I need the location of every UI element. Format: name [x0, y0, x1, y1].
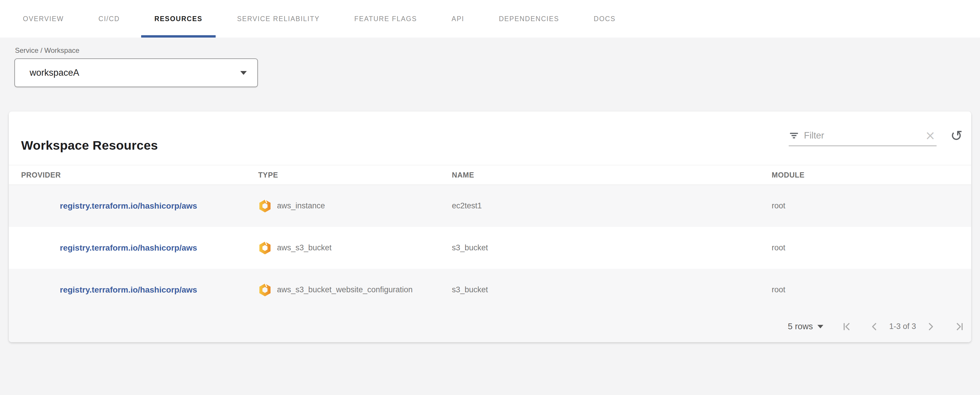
module-value: root — [772, 243, 786, 252]
table-row: registry.terraform.io/hashicorp/aws aws_… — [9, 269, 971, 311]
table-footer: 5 rows 1-3 of 3 — [9, 311, 971, 342]
table-header-row: PROVIDER TYPE NAME MODULE — [9, 165, 971, 185]
provider-link[interactable]: registry.terraform.io/hashicorp/aws — [60, 201, 197, 211]
name-value: ec2test1 — [452, 201, 482, 210]
name-cell: s3_bucket — [452, 227, 488, 269]
provider-link[interactable]: registry.terraform.io/hashicorp/aws — [60, 243, 197, 253]
first-page-icon[interactable] — [842, 321, 852, 332]
tab-label: SERVICE RELIABILITY — [237, 15, 320, 23]
refresh-icon[interactable]: ↺ — [947, 126, 966, 146]
workspace-resources-card: Workspace Resources × ↺ PROVIDER TYPE NA… — [9, 111, 971, 342]
module-value: root — [772, 201, 786, 210]
chevron-down-icon — [818, 325, 823, 328]
column-header-name[interactable]: NAME — [452, 165, 474, 185]
card-title: Workspace Resources — [21, 138, 158, 153]
module-cell: root — [772, 185, 786, 227]
type-cell: aws_s3_bucket — [258, 227, 332, 269]
module-value: root — [772, 285, 786, 294]
chevron-down-icon — [240, 71, 247, 75]
filter-list-icon — [789, 130, 799, 141]
filter-field[interactable]: × — [789, 127, 937, 146]
tab-overview[interactable]: OVERVIEW — [10, 0, 77, 38]
terraform-provider-icon — [258, 241, 272, 255]
tab-resources[interactable]: RESOURCES — [141, 0, 216, 38]
rows-per-page-value: 5 rows — [788, 322, 813, 331]
next-page-icon[interactable] — [926, 321, 936, 332]
tab-service-reliability[interactable]: SERVICE RELIABILITY — [224, 0, 333, 38]
column-header-module[interactable]: MODULE — [772, 165, 805, 185]
type-cell: aws_s3_bucket_website_configuration — [258, 269, 412, 311]
provider-cell: registry.terraform.io/hashicorp/aws — [60, 185, 197, 227]
terraform-provider-icon — [258, 283, 272, 297]
module-cell: root — [772, 227, 786, 269]
tab-docs[interactable]: DOCS — [581, 0, 629, 38]
terraform-provider-icon — [258, 199, 272, 213]
provider-cell: registry.terraform.io/hashicorp/aws — [60, 227, 197, 269]
tab-dependencies[interactable]: DEPENDENCIES — [485, 0, 572, 38]
filter-input[interactable] — [803, 130, 920, 141]
tab-api[interactable]: API — [438, 0, 477, 38]
tab-ci-cd[interactable]: CI/CD — [85, 0, 133, 38]
tab-label: DEPENDENCIES — [499, 15, 559, 23]
type-value: aws_instance — [277, 201, 325, 210]
name-value: s3_bucket — [452, 243, 488, 252]
column-header-type[interactable]: TYPE — [258, 165, 278, 185]
tab-label: RESOURCES — [154, 15, 202, 23]
provider-link[interactable]: registry.terraform.io/hashicorp/aws — [60, 285, 197, 295]
table-row: registry.terraform.io/hashicorp/aws aws_… — [9, 185, 971, 227]
module-cell: root — [772, 269, 786, 311]
table-row: registry.terraform.io/hashicorp/aws aws_… — [9, 227, 971, 269]
workspace-selector-label: Service / Workspace — [15, 46, 80, 54]
tab-label: CI/CD — [99, 15, 120, 23]
workspace-select-value: workspaceA — [30, 67, 240, 78]
entity-tab-bar: OVERVIEW CI/CD RESOURCES SERVICE RELIABI… — [0, 0, 980, 38]
type-value: aws_s3_bucket — [277, 243, 332, 252]
provider-cell: registry.terraform.io/hashicorp/aws — [60, 269, 197, 311]
pagination-range-label: 1-3 of 3 — [889, 322, 916, 331]
tab-label: OVERVIEW — [23, 15, 64, 23]
tab-feature-flags[interactable]: FEATURE FLAGS — [341, 0, 430, 38]
rows-per-page-select[interactable]: 5 rows — [788, 322, 823, 331]
clear-filter-icon[interactable]: × — [924, 129, 937, 142]
last-page-icon[interactable] — [954, 321, 965, 332]
column-header-provider[interactable]: PROVIDER — [21, 165, 61, 185]
type-cell: aws_instance — [258, 185, 325, 227]
active-tab-indicator — [141, 35, 216, 38]
tab-label: API — [452, 15, 464, 23]
type-value: aws_s3_bucket_website_configuration — [277, 285, 412, 294]
tab-label: DOCS — [594, 15, 616, 23]
name-cell: ec2test1 — [452, 185, 482, 227]
workspace-select[interactable]: workspaceA — [14, 58, 258, 87]
previous-page-icon[interactable] — [869, 321, 880, 332]
name-cell: s3_bucket — [452, 269, 488, 311]
name-value: s3_bucket — [452, 285, 488, 294]
tab-label: FEATURE FLAGS — [355, 15, 417, 23]
